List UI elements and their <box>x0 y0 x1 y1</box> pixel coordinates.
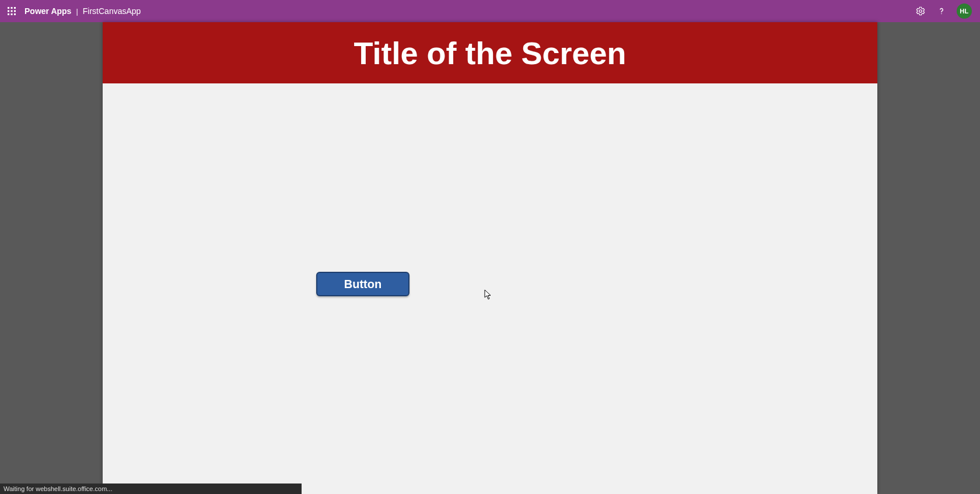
svg-rect-8 <box>14 13 16 15</box>
app-name-label: FirstCanvasApp <box>83 6 141 16</box>
svg-rect-7 <box>11 13 13 15</box>
svg-rect-5 <box>14 10 16 12</box>
separator: | <box>76 7 78 16</box>
stage: Title of the Screen Button Waiting for w… <box>0 22 980 494</box>
screen-title: Title of the Screen <box>103 22 877 83</box>
app-header: Power Apps | FirstCanvasApp HL <box>0 0 980 22</box>
svg-rect-0 <box>8 7 9 9</box>
svg-point-10 <box>941 13 942 15</box>
primary-button[interactable]: Button <box>316 272 410 296</box>
svg-rect-4 <box>11 10 13 12</box>
svg-rect-3 <box>8 10 9 12</box>
gear-icon[interactable] <box>915 5 926 17</box>
brand-label[interactable]: Power Apps <box>24 6 71 16</box>
svg-rect-6 <box>8 13 9 15</box>
svg-rect-2 <box>14 7 16 9</box>
help-icon[interactable] <box>936 5 947 17</box>
header-right: HL <box>915 3 975 19</box>
cursor-icon <box>484 289 492 300</box>
svg-point-9 <box>919 10 922 13</box>
waffle-icon[interactable] <box>5 4 19 18</box>
status-text: Waiting for webshell.suite.office.com... <box>4 485 112 492</box>
svg-rect-1 <box>11 7 13 9</box>
avatar[interactable]: HL <box>957 3 972 19</box>
status-bar: Waiting for webshell.suite.office.com... <box>0 484 302 494</box>
app-canvas: Title of the Screen Button <box>103 22 877 494</box>
